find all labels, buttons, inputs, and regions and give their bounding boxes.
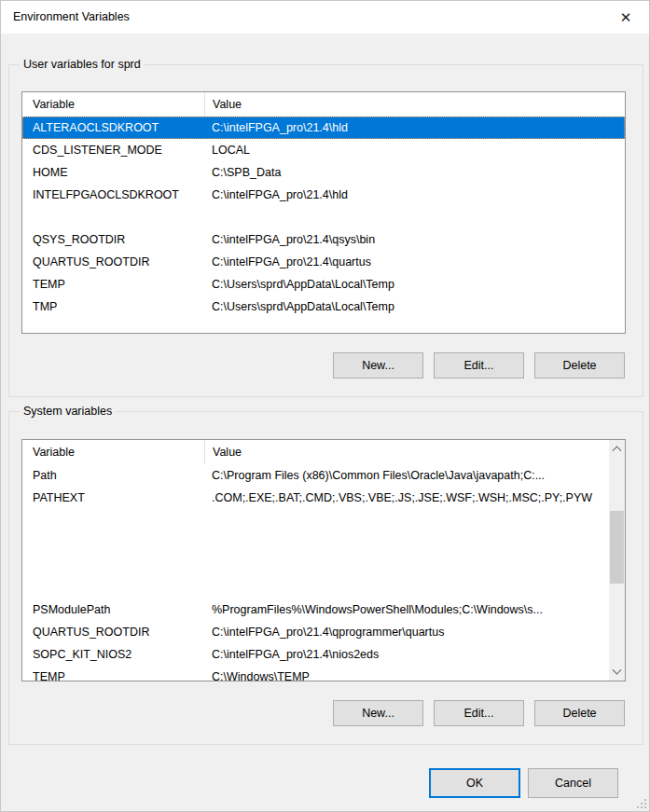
variable-value-cell: C:\Users\sprd\AppData\Local\Temp bbox=[204, 296, 625, 318]
table-row[interactable]: QUARTUS_ROOTDIR C:\intelFPGA_pro\21.4\qu… bbox=[22, 251, 625, 273]
grip-dots bbox=[644, 806, 646, 808]
column-header-value[interactable]: Value bbox=[204, 440, 609, 464]
system-edit-button[interactable]: Edit... bbox=[434, 700, 524, 726]
user-list-rows: ALTERAOCLSDKROOT C:\intelFPGA_pro\21.4\h… bbox=[22, 117, 625, 318]
table-row[interactable] bbox=[22, 531, 609, 554]
variable-name-cell: PSModulePath bbox=[22, 599, 204, 621]
variable-name-cell: QUARTUS_ROOTDIR bbox=[22, 251, 204, 273]
variable-name-cell bbox=[22, 531, 204, 554]
user-delete-button[interactable]: Delete bbox=[534, 352, 625, 378]
table-row[interactable]: INTELFPGAOCLSDKROOT C:\intelFPGA_pro\21.… bbox=[22, 184, 625, 206]
title-bar: Environment Variables ✕ bbox=[1, 1, 649, 34]
table-row[interactable] bbox=[22, 576, 609, 599]
user-variables-group-label: User variables for sprd bbox=[20, 58, 145, 71]
variable-value-cell bbox=[204, 509, 609, 531]
user-variables-list[interactable]: Variable Value ALTERAOCLSDKROOT C:\intel… bbox=[21, 91, 626, 334]
variable-name-cell: PATHEXT bbox=[22, 487, 204, 509]
table-row[interactable]: TMP C:\Users\sprd\AppData\Local\Temp bbox=[22, 296, 625, 318]
variable-value-cell: C:\SPB_Data bbox=[204, 161, 625, 184]
scroll-up-button[interactable] bbox=[609, 440, 625, 456]
ok-button[interactable]: OK bbox=[429, 768, 520, 798]
vertical-scrollbar[interactable] bbox=[609, 440, 625, 681]
user-list-header: Variable Value bbox=[22, 92, 625, 117]
table-row[interactable] bbox=[22, 206, 625, 228]
table-row[interactable]: QSYS_ROOTDIR C:\intelFPGA_pro\21.4\qsys\… bbox=[22, 228, 625, 251]
variable-name-cell bbox=[22, 206, 204, 228]
variable-value-cell: C:\Windows\TEMP bbox=[204, 666, 609, 681]
variable-name-cell: QSYS_ROOTDIR bbox=[22, 228, 204, 251]
table-row[interactable]: QUARTUS_ROOTDIR C:\intelFPGA_pro\21.4\qp… bbox=[22, 621, 609, 643]
variable-name-cell: ALTERAOCLSDKROOT bbox=[22, 117, 204, 139]
table-row[interactable]: HOME C:\SPB_Data bbox=[22, 161, 625, 184]
variable-value-cell: .COM;.EXE;.BAT;.CMD;.VBS;.VBE;.JS;.JSE;.… bbox=[204, 487, 609, 509]
table-row[interactable]: Path C:\Program Files (x86)\Common Files… bbox=[22, 464, 609, 487]
variable-value-cell: C:\intelFPGA_pro\21.4\hld bbox=[204, 117, 625, 139]
variable-value-cell: C:\Program Files (x86)\Common Files\Orac… bbox=[204, 464, 609, 487]
variable-value-cell: LOCAL bbox=[204, 139, 625, 161]
dialog-title: Environment Variables bbox=[13, 1, 130, 34]
user-edit-button[interactable]: Edit... bbox=[434, 352, 524, 378]
system-list-rows: Path C:\Program Files (x86)\Common Files… bbox=[22, 464, 609, 681]
table-row[interactable]: TEMP C:\Windows\TEMP bbox=[22, 666, 609, 681]
system-variables-group-label: System variables bbox=[20, 405, 116, 418]
variable-name-cell: INTELFPGAOCLSDKROOT bbox=[22, 184, 204, 206]
table-row[interactable]: ALTERAOCLSDKROOT C:\intelFPGA_pro\21.4\h… bbox=[22, 117, 625, 139]
table-row[interactable]: TEMP C:\Users\sprd\AppData\Local\Temp bbox=[22, 273, 625, 296]
variable-value-cell bbox=[204, 206, 625, 228]
variable-value-cell: C:\intelFPGA_pro\21.4\hld bbox=[204, 184, 625, 206]
environment-variables-dialog: Environment Variables ✕ User variables f… bbox=[0, 0, 650, 812]
column-header-value[interactable]: Value bbox=[204, 92, 625, 117]
cancel-button[interactable]: Cancel bbox=[528, 768, 618, 798]
variable-name-cell bbox=[22, 576, 204, 599]
variable-name-cell: TEMP bbox=[22, 666, 204, 681]
close-icon: ✕ bbox=[620, 9, 632, 26]
variable-name-cell: Path bbox=[22, 464, 204, 487]
variable-name-cell: TEMP bbox=[22, 273, 204, 296]
variable-value-cell bbox=[204, 576, 609, 599]
variable-value-cell bbox=[204, 554, 609, 576]
system-new-button[interactable]: New... bbox=[333, 700, 423, 726]
table-row[interactable]: PSModulePath %ProgramFiles%\WindowsPower… bbox=[22, 599, 609, 621]
table-row[interactable]: SOPC_KIT_NIOS2 C:\intelFPGA_pro\21.4\nio… bbox=[22, 643, 609, 666]
table-row[interactable]: PATHEXT .COM;.EXE;.BAT;.CMD;.VBS;.VBE;.J… bbox=[22, 487, 609, 509]
chevron-down-icon bbox=[613, 666, 622, 675]
table-row[interactable]: CDS_LISTENER_MODE LOCAL bbox=[22, 139, 625, 161]
variable-name-cell: HOME bbox=[22, 161, 204, 184]
chevron-up-icon bbox=[613, 446, 622, 455]
variable-name-cell: CDS_LISTENER_MODE bbox=[22, 139, 204, 161]
variable-name-cell: QUARTUS_ROOTDIR bbox=[22, 621, 204, 643]
variable-name-cell bbox=[22, 509, 204, 531]
table-row[interactable] bbox=[22, 554, 609, 576]
variable-value-cell: C:\intelFPGA_pro\21.4\qsys\bin bbox=[204, 228, 625, 251]
variable-value-cell: C:\intelFPGA_pro\21.4\quartus bbox=[204, 251, 625, 273]
scrollbar-thumb[interactable] bbox=[610, 511, 624, 584]
variable-name-cell: TMP bbox=[22, 296, 204, 318]
variable-name-cell: SOPC_KIT_NIOS2 bbox=[22, 643, 204, 666]
variable-name-cell bbox=[22, 554, 204, 576]
user-new-button[interactable]: New... bbox=[333, 352, 423, 378]
variable-value-cell bbox=[204, 531, 609, 554]
variable-value-cell: C:\intelFPGA_pro\21.4\nios2eds bbox=[204, 643, 609, 666]
system-delete-button[interactable]: Delete bbox=[534, 700, 625, 726]
resize-grip[interactable] bbox=[637, 799, 646, 808]
system-list-header: Variable Value bbox=[22, 440, 609, 464]
column-header-variable[interactable]: Variable bbox=[22, 440, 204, 464]
column-header-variable[interactable]: Variable bbox=[22, 92, 204, 117]
variable-value-cell: %ProgramFiles%\WindowsPowerShell\Modules… bbox=[204, 599, 609, 621]
variable-value-cell: C:\intelFPGA_pro\21.4\qprogrammer\quartu… bbox=[204, 621, 609, 643]
variable-value-cell: C:\Users\sprd\AppData\Local\Temp bbox=[204, 273, 625, 296]
scroll-down-button[interactable] bbox=[609, 665, 625, 681]
close-button[interactable]: ✕ bbox=[602, 1, 649, 34]
table-row[interactable] bbox=[22, 509, 609, 531]
system-variables-list[interactable]: Variable Value Path C:\Program Files (x8… bbox=[21, 439, 626, 681]
